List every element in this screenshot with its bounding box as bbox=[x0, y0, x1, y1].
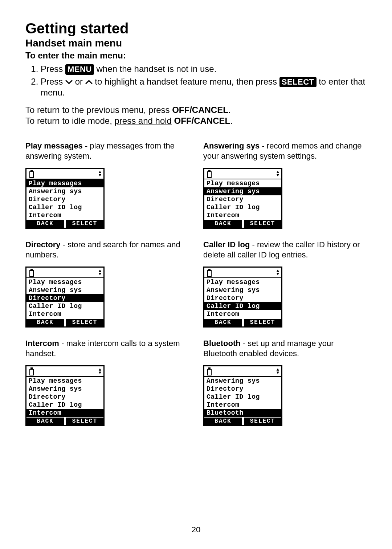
softkey-back: BACK bbox=[26, 319, 64, 326]
step-2: Press or to highlight a handset feature … bbox=[41, 76, 367, 98]
scroll-arrows-icon: ▲▼ bbox=[277, 269, 279, 276]
instruction-list: Press MENU when the handset is not in us… bbox=[25, 64, 367, 98]
chevron-up-icon bbox=[85, 80, 93, 85]
lcd-softkey-bar: BACK SELECT bbox=[204, 319, 281, 326]
lcd-row: Caller ID log bbox=[26, 203, 103, 211]
battery-icon bbox=[29, 269, 34, 277]
lcd-row: Play messages bbox=[204, 278, 281, 286]
lcd-row: Play messages bbox=[26, 278, 103, 286]
instruction-heading: To enter the main menu: bbox=[25, 50, 367, 61]
softkey-select: SELECT bbox=[66, 220, 103, 228]
page-number: 20 bbox=[0, 525, 392, 534]
battery-icon bbox=[207, 367, 212, 375]
battery-icon bbox=[207, 170, 212, 178]
lcd-row: Caller ID log bbox=[204, 393, 281, 401]
return-previous-note: To return to the previous menu, press OF… bbox=[25, 105, 367, 126]
battery-icon bbox=[207, 269, 212, 277]
select-button-chip: SELECT bbox=[279, 77, 317, 88]
scroll-arrows-icon: ▲▼ bbox=[277, 171, 279, 177]
lcd-row: Directory bbox=[204, 294, 281, 302]
softkey-back: BACK bbox=[204, 418, 242, 425]
lcd-status-bar: ▲▼ bbox=[204, 366, 281, 377]
lcd-row: Directory bbox=[26, 195, 103, 203]
scroll-arrows-icon: ▲▼ bbox=[99, 269, 101, 276]
example-cell: Directory - store and search for names a… bbox=[25, 240, 189, 328]
lcd-screen: ▲▼ Play messagesAnswering sysDirectoryCa… bbox=[203, 168, 282, 229]
lcd-status-bar: ▲▼ bbox=[26, 169, 103, 179]
lcd-softkey-bar: BACK SELECT bbox=[204, 418, 281, 425]
lcd-status-bar: ▲▼ bbox=[26, 268, 103, 278]
lcd-screen: ▲▼ Play messagesAnswering sysDirectoryCa… bbox=[25, 365, 105, 426]
example-cell: Bluetooth - set up and manage your Bluet… bbox=[203, 338, 367, 426]
example-description: Directory - store and search for names a… bbox=[25, 240, 189, 260]
page-title: Getting started bbox=[25, 20, 367, 37]
examples-grid: Play messages - play messages from the a… bbox=[25, 141, 367, 426]
lcd-row: Intercom bbox=[26, 211, 103, 219]
lcd-screen: ▲▼ Play messagesAnswering sysDirectoryCa… bbox=[203, 267, 282, 328]
softkey-select: SELECT bbox=[244, 319, 281, 326]
lcd-screen: ▲▼ Play messagesAnswering sysDirectoryCa… bbox=[25, 267, 105, 328]
example-description: Bluetooth - set up and manage your Bluet… bbox=[203, 338, 367, 359]
lcd-status-bar: ▲▼ bbox=[204, 268, 281, 278]
battery-icon bbox=[29, 170, 34, 178]
lcd-softkey-bar: BACK SELECT bbox=[204, 220, 281, 228]
example-description: Caller ID log - review the caller ID his… bbox=[203, 240, 367, 260]
example-description: Play messages - play messages from the a… bbox=[25, 141, 189, 161]
lcd-row: Intercom bbox=[26, 409, 103, 417]
section-subtitle: Handset main menu bbox=[25, 37, 367, 49]
lcd-screen: ▲▼ Play messagesAnswering sysDirectoryCa… bbox=[25, 168, 105, 229]
scroll-arrows-icon: ▲▼ bbox=[99, 368, 101, 375]
example-cell: Intercom - make intercom calls to a syst… bbox=[25, 338, 189, 426]
softkey-select: SELECT bbox=[244, 418, 281, 425]
lcd-screen: ▲▼ Answering sysDirectoryCaller ID logIn… bbox=[203, 365, 282, 426]
lcd-row: Intercom bbox=[26, 310, 103, 318]
lcd-row: Answering sys bbox=[26, 385, 103, 393]
lcd-row: Intercom bbox=[204, 310, 281, 318]
softkey-select: SELECT bbox=[66, 319, 103, 326]
lcd-row: Answering sys bbox=[26, 286, 103, 294]
lcd-row: Caller ID log bbox=[204, 302, 281, 310]
lcd-row: Answering sys bbox=[204, 187, 281, 195]
lcd-status-bar: ▲▼ bbox=[26, 366, 103, 377]
lcd-row: Play messages bbox=[26, 179, 103, 187]
lcd-row: Directory bbox=[204, 385, 281, 393]
lcd-row: Play messages bbox=[204, 179, 281, 187]
lcd-row: Directory bbox=[26, 294, 103, 302]
lcd-row: Answering sys bbox=[204, 286, 281, 294]
softkey-back: BACK bbox=[26, 418, 64, 425]
example-description: Intercom - make intercom calls to a syst… bbox=[25, 338, 189, 359]
softkey-back: BACK bbox=[26, 220, 64, 228]
scroll-arrows-icon: ▲▼ bbox=[99, 171, 101, 177]
example-cell: Caller ID log - review the caller ID his… bbox=[203, 240, 367, 328]
lcd-softkey-bar: BACK SELECT bbox=[26, 418, 103, 425]
lcd-row: Intercom bbox=[204, 401, 281, 409]
lcd-softkey-bar: BACK SELECT bbox=[26, 319, 103, 326]
battery-icon bbox=[29, 367, 34, 375]
softkey-select: SELECT bbox=[66, 418, 103, 425]
lcd-softkey-bar: BACK SELECT bbox=[26, 220, 103, 228]
softkey-back: BACK bbox=[204, 220, 242, 228]
lcd-row: Caller ID log bbox=[204, 203, 281, 211]
example-cell: Play messages - play messages from the a… bbox=[25, 141, 189, 229]
lcd-row: Intercom bbox=[204, 211, 281, 219]
example-description: Answering sys - record memos and change … bbox=[203, 141, 367, 161]
softkey-select: SELECT bbox=[244, 220, 281, 228]
step-1: Press MENU when the handset is not in us… bbox=[41, 64, 367, 75]
lcd-row: Bluetooth bbox=[204, 409, 281, 417]
lcd-row: Directory bbox=[204, 195, 281, 203]
menu-button-chip: MENU bbox=[65, 64, 94, 75]
lcd-row: Play messages bbox=[26, 377, 103, 385]
lcd-row: Caller ID log bbox=[26, 302, 103, 310]
scroll-arrows-icon: ▲▼ bbox=[277, 368, 279, 375]
lcd-row: Caller ID log bbox=[26, 401, 103, 409]
example-cell: Answering sys - record memos and change … bbox=[203, 141, 367, 229]
lcd-status-bar: ▲▼ bbox=[204, 169, 281, 179]
chevron-down-icon bbox=[65, 80, 73, 85]
softkey-back: BACK bbox=[204, 319, 242, 326]
lcd-row: Directory bbox=[26, 393, 103, 401]
lcd-row: Answering sys bbox=[26, 187, 103, 195]
lcd-row: Answering sys bbox=[204, 377, 281, 385]
